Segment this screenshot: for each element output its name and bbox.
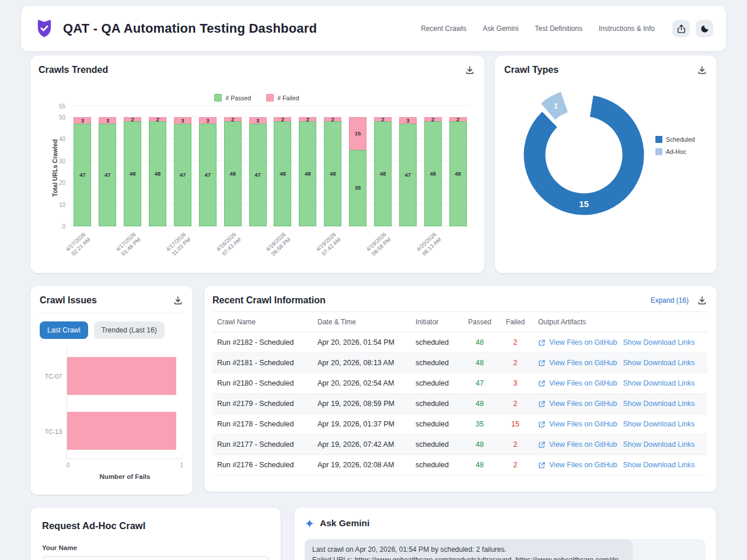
show-download-links-link[interactable]: Show Download Links	[623, 440, 695, 449]
initiator-cell: scheduled	[411, 394, 462, 414]
show-download-links-link[interactable]: Show Download Links	[623, 420, 695, 428]
passed-segment: 48	[424, 121, 442, 226]
passed-cell: 48	[462, 435, 497, 455]
failed-segment: 2	[299, 117, 316, 121]
crawl-types-legend: ScheduledAd-Hoc	[655, 136, 695, 155]
fails-bar[interactable]	[67, 412, 176, 450]
failed-segment: 3	[249, 117, 267, 124]
stacked-bar[interactable]: 248	[299, 106, 316, 226]
stacked-bar[interactable]: 347	[99, 106, 116, 226]
view-files-github-link[interactable]: View Files on GitHub	[549, 359, 617, 367]
stacked-bar[interactable]: 248	[449, 106, 467, 226]
initiator-cell: scheduled	[411, 332, 462, 353]
view-files-github-link[interactable]: View Files on GitHub	[549, 338, 617, 346]
download-icon[interactable]	[697, 295, 707, 306]
nav-item-recent-crawls[interactable]: Recent Crawls	[421, 24, 466, 33]
datetime-cell: Apr 20, 2026, 01:54 PM	[313, 332, 411, 353]
passed-segment: 48	[299, 121, 316, 226]
view-files-github-link[interactable]: View Files on GitHub	[549, 400, 617, 408]
nav-item-ask-gemini[interactable]: Ask Gemini	[483, 24, 518, 33]
passed-segment: 47	[174, 124, 191, 226]
output-artifacts-cell: View Files on GitHubShow Download Links	[538, 338, 703, 346]
passed-cell: 48	[462, 394, 497, 414]
legend-item: # Passed	[214, 94, 251, 102]
download-icon[interactable]	[697, 65, 707, 75]
crawl-issues-title: Crawl Issues	[40, 295, 97, 306]
gemini-sparkle-icon	[305, 519, 315, 528]
stacked-bar[interactable]: 347	[249, 106, 267, 226]
x-tick-label: 4/17/202611:03 PM	[165, 231, 193, 258]
failed-segment: 15	[349, 117, 366, 150]
issues-category-label: TC-13	[40, 428, 62, 435]
passed-segment: 47	[399, 124, 417, 226]
view-files-github-link[interactable]: View Files on GitHub	[549, 379, 617, 387]
recent-crawl-info-title: Recent Crawl Information	[212, 295, 326, 306]
header-nav: Recent CrawlsAsk GeminiTest DefinitionsI…	[421, 24, 655, 33]
failed-cell: 2	[497, 332, 533, 353]
legend-label: # Failed	[277, 94, 299, 102]
output-artifacts-cell: View Files on GitHubShow Download Links	[538, 461, 703, 469]
issues-x-ticks: 01	[67, 459, 183, 468]
share-button[interactable]	[672, 20, 690, 37]
show-download-links-link[interactable]: Show Download Links	[623, 400, 695, 408]
x-tick-label: 4/17/202602:21 AM	[65, 231, 93, 258]
crawl-types-title: Crawl Types	[504, 65, 558, 75]
show-download-links-link[interactable]: Show Download Links	[623, 461, 695, 469]
shield-check-logo-icon	[34, 18, 55, 39]
stacked-bar[interactable]: 248	[224, 106, 242, 226]
show-download-links-link[interactable]: Show Download Links	[623, 338, 695, 346]
stacked-bar[interactable]: 347	[74, 106, 91, 226]
expand-link[interactable]: Expand (16)	[651, 296, 689, 304]
toggle-last-crawl[interactable]: Last Crawl	[40, 321, 88, 339]
view-files-github-link[interactable]: View Files on GitHub	[549, 440, 617, 449]
crawl-issues-card: Crawl Issues Last CrawlTrended (Last 16)…	[30, 286, 193, 495]
legend-label: Ad-Hoc	[666, 148, 686, 155]
stacked-bar[interactable]: 347	[174, 106, 191, 226]
stacked-bar[interactable]: 1535	[349, 106, 366, 226]
column-header: Date & Time	[313, 312, 411, 332]
stacked-bar[interactable]: 248	[274, 106, 291, 226]
x-tick-label: 4/17/202601:48 PM	[114, 231, 142, 258]
view-files-github-link[interactable]: View Files on GitHub	[549, 461, 617, 469]
stacked-bar[interactable]: 248	[124, 106, 141, 226]
toggle-trended-last-16-[interactable]: Trended (Last 16)	[94, 321, 165, 339]
stacked-bar[interactable]: 248	[424, 106, 442, 226]
issues-toggle-group: Last CrawlTrended (Last 16)	[40, 321, 183, 339]
gemini-chat-area: Last crawl on Apr 20, 2026, 01:54 PM by …	[305, 539, 706, 560]
dark-mode-button[interactable]	[696, 20, 713, 37]
failed-segment: 2	[324, 117, 341, 121]
nav-item-test-definitions[interactable]: Test Definitions	[535, 24, 582, 33]
your-name-input[interactable]	[42, 556, 269, 560]
view-files-github-link[interactable]: View Files on GitHub	[549, 420, 617, 428]
failed-segment: 2	[124, 117, 141, 121]
gemini-message-bubble: Last crawl on Apr 20, 2026, 01:54 PM by …	[305, 539, 633, 560]
crawls-trended-title: Crawls Trended	[39, 65, 108, 75]
dashboard-page: QAT - QA Automation Testing Dashboard Re…	[0, 6, 747, 560]
table-row: Run #2180 - ScheduledApr 20, 2026, 02:54…	[212, 373, 707, 394]
failed-segment: 2	[424, 117, 442, 121]
stacked-bar[interactable]: 248	[324, 106, 341, 226]
show-download-links-link[interactable]: Show Download Links	[623, 359, 695, 367]
download-icon[interactable]	[173, 295, 183, 306]
output-artifacts-cell: View Files on GitHubShow Download Links	[538, 400, 703, 408]
nav-item-instructions-info[interactable]: Instructions & Info	[599, 24, 655, 33]
external-link-icon	[538, 421, 546, 428]
crawls-trended-card: Crawls Trended # Passed# Failed Total UR…	[30, 55, 484, 273]
fails-bar[interactable]	[67, 357, 176, 395]
trended-chart: Total URLs Crawled 010203040505534734724…	[39, 106, 475, 267]
adhoc-title: Request Ad-Hoc Crawl	[42, 520, 269, 531]
show-download-links-link[interactable]: Show Download Links	[623, 379, 695, 387]
scheduled-slice[interactable]	[524, 96, 644, 215]
y-tick-label: 0	[62, 223, 65, 230]
stacked-bar[interactable]: 347	[199, 106, 217, 226]
download-icon[interactable]	[465, 65, 475, 75]
stacked-bar[interactable]: 347	[399, 106, 417, 226]
crawl-types-donut-chart: 151	[518, 89, 650, 220]
stacked-bar[interactable]: 248	[149, 106, 166, 226]
issues-x-axis-label: Number of Fails	[67, 473, 183, 480]
stacked-bar[interactable]: 248	[374, 106, 392, 226]
legend-label: # Passed	[225, 94, 251, 102]
output-artifacts-cell: View Files on GitHubShow Download Links	[538, 359, 703, 367]
failed-cell: 2	[497, 353, 533, 373]
column-header: Crawl Name	[212, 312, 313, 332]
